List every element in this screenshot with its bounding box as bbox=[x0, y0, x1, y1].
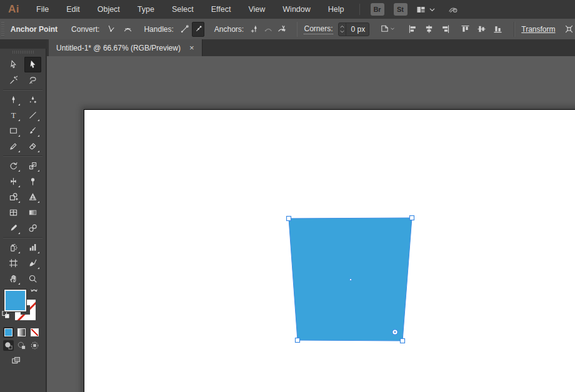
corner-options-button[interactable] bbox=[379, 22, 396, 37]
corner-radius-stepper[interactable] bbox=[339, 23, 346, 36]
menubar: Ai FileEditObjectTypeSelectEffectViewWin… bbox=[0, 0, 575, 19]
hide-handles-button[interactable] bbox=[192, 22, 204, 37]
screen-mode-button[interactable] bbox=[11, 356, 21, 367]
type-tool[interactable]: T bbox=[5, 107, 22, 123]
column-graph-tool[interactable] bbox=[24, 240, 41, 255]
illustrator-logo[interactable]: Ai bbox=[0, 3, 28, 16]
menu-file[interactable]: File bbox=[28, 0, 58, 19]
flyout-indicator bbox=[18, 201, 20, 203]
magic-wand-tool[interactable] bbox=[5, 72, 22, 88]
vertical-align-middle-button[interactable] bbox=[474, 22, 489, 37]
remove-anchor-button[interactable] bbox=[249, 22, 261, 37]
fill-swatch[interactable] bbox=[4, 290, 26, 311]
convert-to-smooth-button[interactable] bbox=[122, 22, 134, 37]
screen-mode-row bbox=[11, 356, 46, 368]
workspace-switcher-icon[interactable] bbox=[416, 5, 426, 14]
convert-to-corner-button[interactable] bbox=[104, 22, 117, 37]
hand-tool[interactable] bbox=[5, 271, 22, 287]
menu-view[interactable]: View bbox=[239, 0, 274, 19]
flyout-indicator bbox=[38, 135, 39, 137]
document-tab[interactable]: Untitled-1* @ 66.67% (RGB/Preview) × bbox=[49, 39, 202, 56]
corner-radius-field[interactable]: 0 px bbox=[338, 22, 370, 36]
menu-help[interactable]: Help bbox=[319, 0, 353, 19]
stepper-down-icon[interactable] bbox=[339, 29, 346, 34]
flyout-indicator bbox=[18, 104, 20, 105]
handles-label: Handles: bbox=[144, 25, 173, 34]
line-segment-tool[interactable] bbox=[24, 107, 41, 123]
rotate-tool[interactable] bbox=[5, 158, 22, 174]
color-button[interactable] bbox=[3, 327, 14, 338]
default-fill-stroke-icon[interactable] bbox=[1, 310, 11, 322]
vertical-align-bottom-button[interactable] bbox=[490, 22, 505, 37]
pencil-tool[interactable] bbox=[5, 139, 22, 154]
align-buttons bbox=[404, 22, 505, 37]
anchor-point[interactable] bbox=[296, 338, 300, 343]
blend-tool[interactable] bbox=[24, 220, 41, 236]
bridge-button[interactable]: Br bbox=[371, 3, 384, 16]
gradient-button[interactable] bbox=[16, 327, 27, 338]
puppet-warp-tool[interactable] bbox=[24, 174, 41, 189]
control-bar-grip[interactable] bbox=[1, 22, 4, 37]
corners-label[interactable]: Corners: bbox=[304, 24, 332, 34]
horizontal-align-center-button[interactable] bbox=[421, 22, 436, 37]
lasso-tool[interactable] bbox=[24, 72, 41, 88]
artboard-tool[interactable] bbox=[5, 255, 22, 271]
cut-path-button[interactable] bbox=[276, 22, 288, 37]
menu-effect[interactable]: Effect bbox=[202, 0, 240, 19]
horizontal-align-right-button[interactable] bbox=[438, 22, 452, 37]
swap-fill-stroke-icon[interactable] bbox=[29, 287, 39, 299]
flyout-indicator bbox=[38, 150, 39, 152]
slice-tool[interactable] bbox=[24, 255, 41, 271]
gradient-tool[interactable] bbox=[24, 205, 41, 220]
control-bar-divider bbox=[297, 22, 298, 37]
draw-inside-button[interactable] bbox=[29, 340, 40, 351]
scale-tool[interactable] bbox=[24, 158, 41, 174]
pen-tool[interactable] bbox=[5, 92, 22, 107]
menu-window[interactable]: Window bbox=[274, 0, 319, 19]
paintbrush-tool[interactable] bbox=[24, 123, 41, 139]
rectangle-tool[interactable] bbox=[5, 123, 22, 139]
show-handles-button[interactable] bbox=[179, 22, 191, 37]
stock-button[interactable]: St bbox=[394, 3, 408, 16]
sync-status-icon[interactable] bbox=[448, 5, 458, 14]
context-label: Anchor Point bbox=[11, 25, 58, 34]
zoom-tool[interactable] bbox=[24, 271, 41, 287]
isolate-selection-button[interactable] bbox=[563, 22, 575, 37]
corner-shape-icon bbox=[380, 24, 389, 35]
curvature-tool[interactable] bbox=[24, 92, 41, 107]
anchor-point[interactable] bbox=[401, 339, 405, 343]
symbol-sprayer-tool[interactable] bbox=[5, 240, 22, 255]
none-button[interactable] bbox=[29, 327, 40, 338]
document-tab-bar: Untitled-1* @ 66.67% (RGB/Preview) × bbox=[47, 39, 575, 56]
tools-panel: T bbox=[0, 39, 47, 392]
shape-builder-tool[interactable] bbox=[5, 189, 22, 205]
draw-normal-button[interactable] bbox=[3, 340, 14, 351]
flyout-indicator bbox=[18, 185, 20, 187]
direct-selection-tool[interactable] bbox=[24, 57, 41, 72]
tool-group-2: T bbox=[0, 92, 46, 154]
anchor-point[interactable] bbox=[410, 216, 414, 220]
menu-type[interactable]: Type bbox=[129, 0, 163, 19]
transform-link[interactable]: Transform bbox=[521, 25, 555, 34]
selection-tool[interactable] bbox=[5, 57, 22, 72]
convert-label: Convert: bbox=[71, 25, 99, 34]
menu-select[interactable]: Select bbox=[163, 0, 202, 19]
width-tool[interactable] bbox=[5, 174, 22, 189]
horizontal-align-left-button[interactable] bbox=[405, 22, 420, 37]
connect-endpoints-button[interactable] bbox=[262, 22, 275, 37]
menu-edit[interactable]: Edit bbox=[58, 0, 89, 19]
tools-panel-grip[interactable] bbox=[12, 51, 34, 54]
canvas[interactable] bbox=[47, 56, 575, 392]
tab-close-icon[interactable]: × bbox=[189, 43, 194, 52]
corner-radius-value[interactable]: 0 px bbox=[346, 25, 370, 34]
workspace-chevron-down-icon[interactable] bbox=[428, 5, 437, 14]
perspective-grid-tool[interactable] bbox=[24, 189, 41, 205]
color-mode-row bbox=[3, 327, 46, 338]
vertical-align-top-button[interactable] bbox=[458, 22, 472, 37]
menu-object[interactable]: Object bbox=[89, 0, 129, 19]
mesh-tool[interactable] bbox=[5, 205, 22, 220]
eyedropper-tool[interactable] bbox=[5, 220, 22, 236]
eraser-tool[interactable] bbox=[24, 139, 41, 154]
anchor-point[interactable] bbox=[287, 217, 291, 221]
draw-behind-button[interactable] bbox=[16, 340, 27, 351]
